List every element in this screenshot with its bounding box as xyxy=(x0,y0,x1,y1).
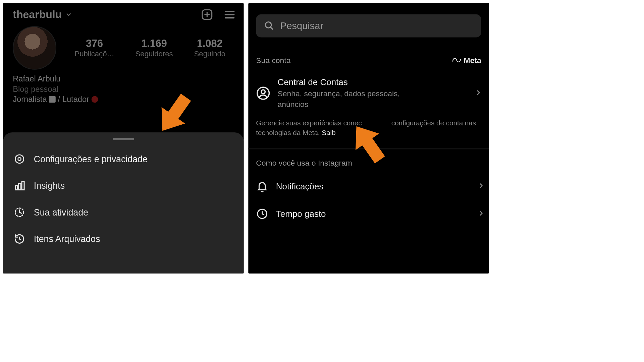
stat-posts-value: 376 xyxy=(74,38,114,49)
profile-header: thearbulu xyxy=(3,3,244,24)
hamburger-menu-button[interactable] xyxy=(223,8,236,21)
bio-block: Rafael Arbulu Blog pessoal Jornalista / … xyxy=(3,70,244,104)
chevron-right-icon xyxy=(478,209,485,219)
display-name: Rafael Arbulu xyxy=(13,74,234,84)
bottom-sheet: Configurações e privacidade Insights Sua… xyxy=(3,132,244,274)
svg-rect-8 xyxy=(15,186,17,190)
svg-point-6 xyxy=(18,158,21,161)
stats-row: 376 Publicaçõ… 1.169 Seguidores 1.082 Se… xyxy=(3,24,244,69)
manage-note: Gerencie suas experiências conecxxxxxxxx… xyxy=(256,118,481,138)
archive-icon xyxy=(14,233,25,245)
username-switcher[interactable]: thearbulu xyxy=(13,8,72,21)
svg-point-16 xyxy=(261,90,265,94)
section-title: Como você usa o Instagram xyxy=(256,159,352,167)
clock-icon xyxy=(256,208,268,220)
svg-line-14 xyxy=(271,27,273,29)
chevron-right-icon xyxy=(475,89,482,98)
bio-text: Jornalista xyxy=(13,95,49,104)
divider xyxy=(248,148,489,149)
header-actions xyxy=(201,8,236,21)
create-post-button[interactable] xyxy=(201,8,213,21)
chevron-down-icon xyxy=(65,11,72,18)
profile-category: Blog pessoal xyxy=(13,84,234,94)
sheet-item-activity[interactable]: Sua atividade xyxy=(3,199,244,226)
account-center-subtitle: Senha, segurança, dados pessoais, anúnci… xyxy=(277,88,421,109)
sheet-item-label: Configurações e privacidade xyxy=(34,154,148,164)
stat-followers-value: 1.169 xyxy=(136,38,173,49)
section-header-account: Sua conta Meta xyxy=(256,55,481,66)
stat-following-value: 1.082 xyxy=(194,38,226,49)
meta-brand-text: Meta xyxy=(464,56,481,65)
drag-handle[interactable] xyxy=(113,138,134,140)
sheet-item-settings[interactable]: Configurações e privacidade xyxy=(3,146,244,172)
sheet-item-insights[interactable]: Insights xyxy=(3,172,244,199)
svg-point-7 xyxy=(15,155,23,163)
avatar[interactable] xyxy=(13,26,56,70)
list-item-label: Notificações xyxy=(276,181,323,191)
account-center-row[interactable]: Central de Contas Senha, segurança, dado… xyxy=(256,77,485,109)
meta-brand: Meta xyxy=(452,55,481,66)
username-text: thearbulu xyxy=(13,8,62,21)
activity-clock-icon xyxy=(14,207,25,218)
chevron-right-icon xyxy=(478,181,485,191)
list-item-label: Tempo gasto xyxy=(276,209,326,219)
account-center-title: Central de Contas xyxy=(277,77,421,87)
learn-more-link[interactable]: Saib xyxy=(322,129,335,137)
search-input[interactable]: Pesquisar xyxy=(256,14,481,38)
svg-rect-9 xyxy=(18,183,21,190)
left-screenshot: thearbulu 376 Publicaçõ… xyxy=(3,3,244,274)
manage-note-text: Gerencie suas experiências conec xyxy=(256,119,362,127)
profile-dimmed-region: thearbulu 376 Publicaçõ… xyxy=(3,3,244,104)
sheet-item-label: Insights xyxy=(34,181,65,191)
bio-text: / Lutador xyxy=(58,95,92,104)
stat-posts[interactable]: 376 Publicaçõ… xyxy=(74,38,114,58)
sheet-item-label: Sua atividade xyxy=(34,207,88,218)
svg-rect-10 xyxy=(22,181,24,190)
section-header-usage: Como você usa o Instagram xyxy=(256,159,481,167)
sheet-item-archived[interactable]: Itens Arquivados xyxy=(3,226,244,252)
bio-line-1: Jornalista / Lutador xyxy=(13,95,234,104)
person-circle-icon xyxy=(256,86,270,101)
insights-icon xyxy=(14,180,25,191)
boxing-glove-emoji-icon xyxy=(92,96,98,103)
gear-icon xyxy=(14,154,25,165)
section-title: Sua conta xyxy=(256,56,290,65)
stat-following[interactable]: 1.082 Seguindo xyxy=(194,38,226,58)
sheet-item-label: Itens Arquivados xyxy=(34,234,100,244)
meta-logo-icon xyxy=(452,55,461,66)
search-icon xyxy=(264,20,274,32)
list-item-notifications[interactable]: Notificações xyxy=(248,172,489,200)
list-item-time-spent[interactable]: Tempo gasto xyxy=(248,200,489,228)
stat-followers-label: Seguidores xyxy=(136,50,173,58)
memo-emoji-icon xyxy=(49,96,56,103)
stat-posts-label: Publicaçõ… xyxy=(74,50,114,58)
stat-following-label: Seguindo xyxy=(194,50,226,58)
bell-icon xyxy=(256,180,268,192)
search-placeholder: Pesquisar xyxy=(280,20,323,32)
right-screenshot: Pesquisar Sua conta Meta Central de Cont… xyxy=(248,3,489,274)
stat-followers[interactable]: 1.169 Seguidores xyxy=(136,38,173,58)
